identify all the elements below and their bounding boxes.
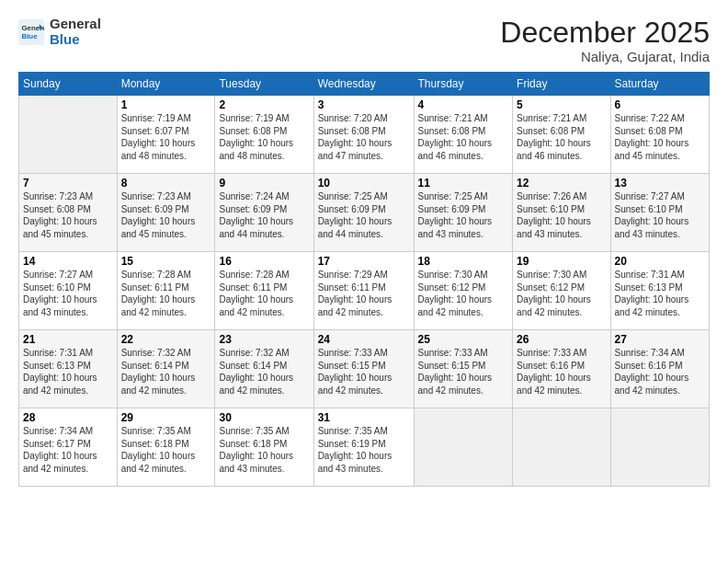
- day-cell: 23Sunrise: 7:32 AM Sunset: 6:14 PM Dayli…: [215, 330, 313, 408]
- day-cell: [610, 408, 709, 487]
- header: General Blue General Blue December 2025 …: [18, 17, 710, 64]
- day-cell: 19Sunrise: 7:30 AM Sunset: 6:12 PM Dayli…: [513, 252, 610, 330]
- day-info: Sunrise: 7:21 AM Sunset: 6:08 PM Dayligh…: [517, 112, 606, 162]
- day-info: Sunrise: 7:23 AM Sunset: 6:09 PM Dayligh…: [121, 190, 211, 240]
- day-number: 6: [615, 98, 705, 111]
- day-info: Sunrise: 7:31 AM Sunset: 6:13 PM Dayligh…: [23, 347, 113, 396]
- day-cell: 30Sunrise: 7:35 AM Sunset: 6:18 PM Dayli…: [215, 408, 313, 487]
- title-block: December 2025 Naliya, Gujarat, India: [500, 17, 710, 64]
- day-number: 22: [121, 333, 211, 346]
- day-info: Sunrise: 7:25 AM Sunset: 6:09 PM Dayligh…: [418, 190, 509, 240]
- day-info: Sunrise: 7:33 AM Sunset: 6:15 PM Dayligh…: [318, 347, 410, 396]
- day-info: Sunrise: 7:27 AM Sunset: 6:10 PM Dayligh…: [615, 190, 705, 240]
- header-day-thursday: Thursday: [414, 73, 513, 96]
- day-cell: 6Sunrise: 7:22 AM Sunset: 6:08 PM Daylig…: [610, 96, 709, 174]
- header-day-saturday: Saturday: [610, 73, 709, 96]
- day-info: Sunrise: 7:34 AM Sunset: 6:17 PM Dayligh…: [23, 425, 113, 475]
- day-number: 5: [517, 98, 606, 111]
- header-day-wednesday: Wednesday: [313, 73, 414, 96]
- day-number: 11: [418, 177, 509, 190]
- day-number: 19: [517, 255, 606, 268]
- day-info: Sunrise: 7:35 AM Sunset: 6:18 PM Dayligh…: [219, 425, 309, 475]
- day-cell: 3Sunrise: 7:20 AM Sunset: 6:08 PM Daylig…: [313, 96, 414, 174]
- day-cell: [414, 408, 513, 487]
- svg-text:Blue: Blue: [22, 32, 39, 40]
- day-number: 28: [23, 411, 113, 424]
- day-cell: 22Sunrise: 7:32 AM Sunset: 6:14 PM Dayli…: [117, 330, 215, 408]
- day-number: 18: [418, 255, 509, 268]
- week-row-5: 28Sunrise: 7:34 AM Sunset: 6:17 PM Dayli…: [19, 408, 710, 487]
- day-number: 24: [318, 333, 410, 346]
- month-title: December 2025: [500, 17, 710, 49]
- day-info: Sunrise: 7:27 AM Sunset: 6:10 PM Dayligh…: [23, 269, 113, 318]
- day-number: 14: [23, 255, 113, 268]
- calendar-header: SundayMondayTuesdayWednesdayThursdayFrid…: [19, 73, 710, 96]
- day-info: Sunrise: 7:32 AM Sunset: 6:14 PM Dayligh…: [219, 347, 309, 396]
- day-cell: 8Sunrise: 7:23 AM Sunset: 6:09 PM Daylig…: [117, 174, 215, 252]
- header-day-sunday: Sunday: [19, 73, 118, 96]
- day-cell: 24Sunrise: 7:33 AM Sunset: 6:15 PM Dayli…: [313, 330, 414, 408]
- logo-icon: General Blue: [18, 19, 44, 45]
- day-number: 30: [219, 411, 309, 424]
- day-number: 3: [318, 98, 410, 111]
- day-cell: 14Sunrise: 7:27 AM Sunset: 6:10 PM Dayli…: [19, 252, 118, 330]
- day-info: Sunrise: 7:30 AM Sunset: 6:12 PM Dayligh…: [418, 269, 509, 318]
- day-number: 1: [121, 98, 211, 111]
- logo-blue: Blue: [50, 31, 80, 47]
- day-cell: 11Sunrise: 7:25 AM Sunset: 6:09 PM Dayli…: [414, 174, 513, 252]
- day-info: Sunrise: 7:33 AM Sunset: 6:15 PM Dayligh…: [418, 347, 509, 396]
- day-number: 31: [318, 411, 410, 424]
- day-info: Sunrise: 7:30 AM Sunset: 6:12 PM Dayligh…: [517, 269, 606, 318]
- day-info: Sunrise: 7:32 AM Sunset: 6:14 PM Dayligh…: [121, 347, 211, 396]
- day-cell: 15Sunrise: 7:28 AM Sunset: 6:11 PM Dayli…: [117, 252, 215, 330]
- header-day-tuesday: Tuesday: [215, 73, 313, 96]
- day-info: Sunrise: 7:28 AM Sunset: 6:11 PM Dayligh…: [219, 269, 309, 318]
- day-cell: 12Sunrise: 7:26 AM Sunset: 6:10 PM Dayli…: [513, 174, 610, 252]
- day-number: 4: [418, 98, 509, 111]
- day-number: 12: [517, 177, 606, 190]
- day-cell: 26Sunrise: 7:33 AM Sunset: 6:16 PM Dayli…: [513, 330, 610, 408]
- logo-text: General Blue: [50, 17, 101, 47]
- day-info: Sunrise: 7:19 AM Sunset: 6:08 PM Dayligh…: [219, 112, 309, 162]
- day-cell: 17Sunrise: 7:29 AM Sunset: 6:11 PM Dayli…: [313, 252, 414, 330]
- day-number: 15: [121, 255, 211, 268]
- day-cell: 25Sunrise: 7:33 AM Sunset: 6:15 PM Dayli…: [414, 330, 513, 408]
- logo-general: General: [50, 16, 101, 31]
- week-row-1: 1Sunrise: 7:19 AM Sunset: 6:07 PM Daylig…: [19, 96, 710, 174]
- day-info: Sunrise: 7:34 AM Sunset: 6:16 PM Dayligh…: [615, 347, 705, 396]
- day-cell: 2Sunrise: 7:19 AM Sunset: 6:08 PM Daylig…: [215, 96, 313, 174]
- header-row: SundayMondayTuesdayWednesdayThursdayFrid…: [19, 73, 710, 96]
- day-info: Sunrise: 7:23 AM Sunset: 6:08 PM Dayligh…: [23, 190, 113, 240]
- day-cell: 16Sunrise: 7:28 AM Sunset: 6:11 PM Dayli…: [215, 252, 313, 330]
- day-cell: 29Sunrise: 7:35 AM Sunset: 6:18 PM Dayli…: [117, 408, 215, 487]
- day-cell: 21Sunrise: 7:31 AM Sunset: 6:13 PM Dayli…: [19, 330, 118, 408]
- day-cell: 18Sunrise: 7:30 AM Sunset: 6:12 PM Dayli…: [414, 252, 513, 330]
- day-number: 2: [219, 98, 309, 111]
- day-info: Sunrise: 7:19 AM Sunset: 6:07 PM Dayligh…: [121, 112, 211, 162]
- day-number: 20: [615, 255, 705, 268]
- day-cell: [513, 408, 610, 487]
- header-day-friday: Friday: [513, 73, 610, 96]
- day-number: 26: [517, 333, 606, 346]
- day-info: Sunrise: 7:25 AM Sunset: 6:09 PM Dayligh…: [318, 190, 410, 240]
- day-cell: 31Sunrise: 7:35 AM Sunset: 6:19 PM Dayli…: [313, 408, 414, 487]
- calendar-page: General Blue General Blue December 2025 …: [0, 0, 728, 563]
- day-number: 29: [121, 411, 211, 424]
- day-info: Sunrise: 7:22 AM Sunset: 6:08 PM Dayligh…: [615, 112, 705, 162]
- week-row-3: 14Sunrise: 7:27 AM Sunset: 6:10 PM Dayli…: [19, 252, 710, 330]
- day-number: 27: [615, 333, 705, 346]
- day-number: 25: [418, 333, 509, 346]
- day-cell: 7Sunrise: 7:23 AM Sunset: 6:08 PM Daylig…: [19, 174, 118, 252]
- day-number: 17: [318, 255, 410, 268]
- day-info: Sunrise: 7:24 AM Sunset: 6:09 PM Dayligh…: [219, 190, 309, 240]
- day-number: 8: [121, 177, 211, 190]
- day-cell: 20Sunrise: 7:31 AM Sunset: 6:13 PM Dayli…: [610, 252, 709, 330]
- day-number: 23: [219, 333, 309, 346]
- day-info: Sunrise: 7:29 AM Sunset: 6:11 PM Dayligh…: [318, 269, 410, 318]
- day-cell: 1Sunrise: 7:19 AM Sunset: 6:07 PM Daylig…: [117, 96, 215, 174]
- day-info: Sunrise: 7:26 AM Sunset: 6:10 PM Dayligh…: [517, 190, 606, 240]
- day-number: 9: [219, 177, 309, 190]
- day-cell: [19, 96, 118, 174]
- day-number: 7: [23, 177, 113, 190]
- day-info: Sunrise: 7:33 AM Sunset: 6:16 PM Dayligh…: [517, 347, 606, 396]
